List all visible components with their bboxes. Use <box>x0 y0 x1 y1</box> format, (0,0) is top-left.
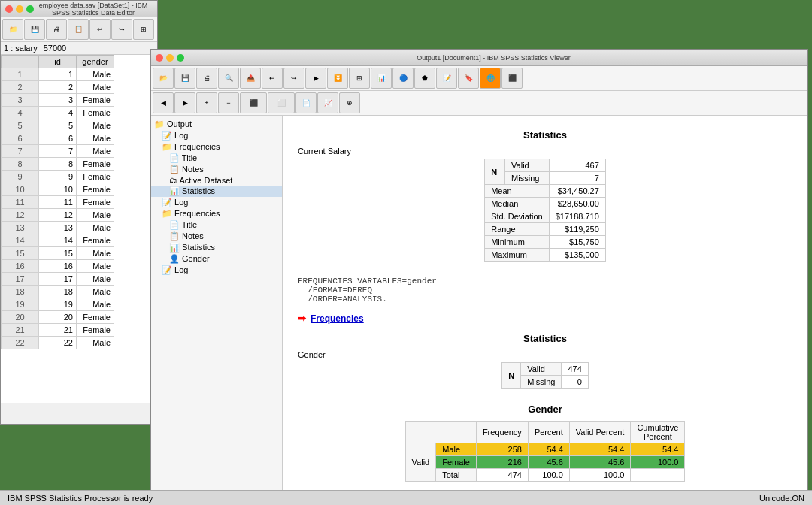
table-row[interactable]: 2020Female <box>2 311 114 324</box>
table-row[interactable]: 1212Male <box>2 209 114 222</box>
data-table-container[interactable]: id gender 11Male22Male33Female44Female55… <box>1 55 157 403</box>
remove-btn[interactable]: − <box>218 92 239 113</box>
save-button[interactable]: 💾 <box>24 19 45 40</box>
gender-col-header[interactable]: gender <box>77 56 114 68</box>
nav-item-label: Frequencies <box>174 142 220 151</box>
gender-table: Frequency Percent Valid Percent Cumulati… <box>405 421 686 482</box>
table-row[interactable]: 2222Male <box>2 337 114 349</box>
undo-btn[interactable]: ↩ <box>262 68 283 89</box>
nav-item-log[interactable]: 📝 Log <box>151 197 282 208</box>
print-button[interactable]: 🖨 <box>46 19 67 40</box>
close-button[interactable] <box>5 5 13 13</box>
table-row[interactable]: 1111Female <box>2 196 114 209</box>
page-btn[interactable]: 📄 <box>295 92 317 113</box>
redo-btn[interactable]: ↪ <box>283 68 304 89</box>
undo-button[interactable]: ↩ <box>89 19 111 40</box>
goto-button[interactable]: ⊞ <box>133 19 154 40</box>
nav-item-log[interactable]: 📝 Log <box>151 265 282 276</box>
id-cell: 18 <box>39 286 77 298</box>
nav-item-output[interactable]: 📁 Output <box>151 119 282 130</box>
nav-item-active-dataset[interactable]: 🗂 Active Dataset <box>151 175 282 186</box>
mean-value: $34,450.27 <box>549 185 605 198</box>
table-row[interactable]: 88Female <box>2 158 114 171</box>
table-row[interactable]: 77Male <box>2 145 114 158</box>
save-btn[interactable]: 💾 <box>174 68 195 89</box>
table-row[interactable]: 99Female <box>2 171 114 183</box>
table-row[interactable]: 1717Male <box>2 273 114 286</box>
back-btn[interactable]: ◀ <box>153 92 174 113</box>
insert-btn[interactable]: ▶ <box>305 68 326 89</box>
gender-cell: Male <box>77 298 114 311</box>
id-col-header[interactable]: id <box>39 56 77 68</box>
expand-btn[interactable]: ⬜ <box>268 92 295 113</box>
valid-row-header: Valid <box>405 443 436 482</box>
add-btn[interactable]: + <box>196 92 217 113</box>
nav-panel[interactable]: 📁 Output📝 Log📁 Frequencies📄 Title📋 Notes… <box>151 116 283 497</box>
gender-cell: Male <box>77 145 114 158</box>
chart-btn[interactable]: 📈 <box>317 92 338 113</box>
table-row[interactable]: 55Male <box>2 119 114 132</box>
total-freq: 474 <box>476 469 528 482</box>
table-row[interactable]: 1515Male <box>2 247 114 260</box>
table-row[interactable]: 44Female <box>2 107 114 119</box>
pivot-btn[interactable]: ⊕ <box>339 92 360 113</box>
minimize-button[interactable] <box>16 5 23 13</box>
scripts-btn[interactable]: 📝 <box>436 68 457 89</box>
content-panel[interactable]: Statistics Current Salary N Valid 467 Mi… <box>283 116 807 497</box>
gender-cell: Male <box>77 260 114 273</box>
nav-item-title[interactable]: 📄 Title <box>151 153 282 164</box>
recall-button[interactable]: 📋 <box>68 19 89 40</box>
nav-item-statistics[interactable]: 📊 Statistics <box>151 186 282 197</box>
row-num: 21 <box>2 324 39 337</box>
table-row[interactable]: 33Female <box>2 94 114 107</box>
table-row[interactable]: 11Male <box>2 68 114 81</box>
nav-tree-icon: 📊 <box>169 186 182 195</box>
pie-btn[interactable]: 🔵 <box>392 68 414 89</box>
delete-btn[interactable]: ⏬ <box>327 68 348 89</box>
viewer-traffic-lights[interactable] <box>156 54 184 62</box>
table-row[interactable]: 1919Male <box>2 298 114 311</box>
nav-item-label: Log <box>174 198 188 207</box>
frequencies-link[interactable]: Frequencies <box>311 313 364 324</box>
female-cpct: 100.0 <box>631 456 685 469</box>
viewer-maximize-button[interactable] <box>177 54 184 62</box>
nav-item-title[interactable]: 📄 Title <box>151 219 282 231</box>
redo-button[interactable]: ↪ <box>111 19 132 40</box>
scatter-btn[interactable]: ⬟ <box>414 68 435 89</box>
nav-item-notes[interactable]: 📋 Notes <box>151 231 282 242</box>
table-row[interactable]: 1616Male <box>2 260 114 273</box>
viewer-close-button[interactable] <box>156 54 163 62</box>
table-btn[interactable]: ⊞ <box>349 68 370 89</box>
data-editor-window: employee data.sav [DataSet1] - IBM SPSS … <box>0 0 158 425</box>
bookmark-btn[interactable]: 🔖 <box>458 68 479 89</box>
maximize-button[interactable] <box>26 5 34 13</box>
traffic-lights[interactable] <box>5 5 34 13</box>
gray-btn[interactable]: ⬛ <box>501 68 523 89</box>
open-button[interactable]: 📁 <box>2 19 23 40</box>
nav-item-frequencies[interactable]: 📁 Frequencies <box>151 208 282 219</box>
export-btn[interactable]: 📤 <box>240 68 261 89</box>
table-row[interactable]: 1313Male <box>2 222 114 234</box>
table-row[interactable]: 1818Male <box>2 286 114 298</box>
bar-btn[interactable]: 📊 <box>371 68 392 89</box>
table-row[interactable]: 22Male <box>2 81 114 94</box>
nav-item-log[interactable]: 📝 Log <box>151 130 282 141</box>
nav-item-statistics[interactable]: 📊 Statistics <box>151 242 282 253</box>
nav-item-frequencies[interactable]: 📁 Frequencies <box>151 141 282 153</box>
id-cell: 9 <box>39 171 77 183</box>
print-btn[interactable]: 🖨 <box>196 68 217 89</box>
table-row[interactable]: 66Male <box>2 132 114 145</box>
find-btn[interactable]: 🔍 <box>218 68 239 89</box>
row-num: 5 <box>2 119 39 132</box>
viewer-minimize-button[interactable] <box>166 54 174 62</box>
table-row[interactable]: 1414Female <box>2 234 114 247</box>
table-row[interactable]: 1010Female <box>2 183 114 196</box>
open-btn[interactable]: 📂 <box>153 68 174 89</box>
nav-item-gender[interactable]: 👤 Gender <box>151 253 282 265</box>
orange-btn[interactable]: 🌐 <box>480 68 501 89</box>
forward-btn[interactable]: ▶ <box>174 92 195 113</box>
table-row[interactable]: 2121Female <box>2 324 114 337</box>
collapse-btn[interactable]: ⬛ <box>240 92 267 113</box>
nav-item-notes[interactable]: 📋 Notes <box>151 164 282 175</box>
id-cell: 20 <box>39 311 77 324</box>
